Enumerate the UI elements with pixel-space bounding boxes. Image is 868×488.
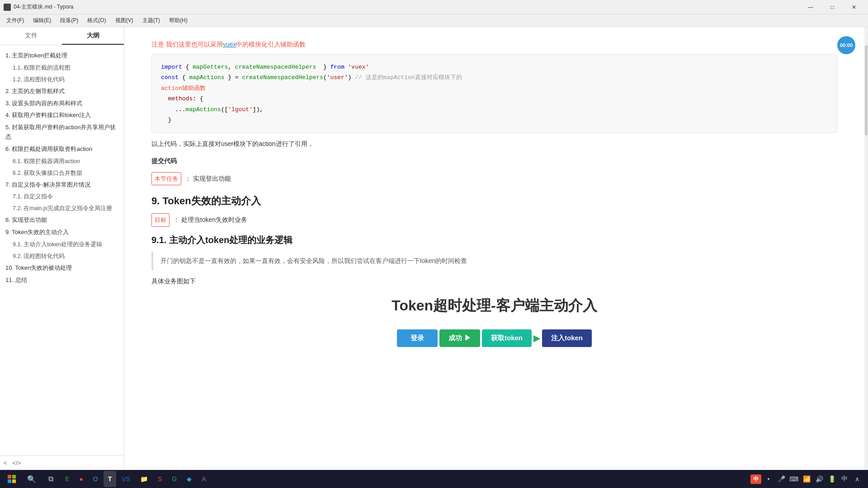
submit-heading: 提交代码	[151, 155, 837, 167]
sys-icon-network[interactable]: 📶	[801, 474, 812, 484]
svg-rect-2	[8, 479, 11, 483]
menu-theme[interactable]: 主题(T)	[138, 15, 165, 26]
toc-item[interactable]: 9.1. 主动介入token处理的业务逻辑	[4, 239, 120, 250]
svg-rect-3	[12, 479, 16, 483]
window-title: 04-主页模块.md - Typora	[14, 3, 800, 11]
sys-icon-keyboard[interactable]: ⌨	[788, 474, 799, 484]
code-line-3: action辅助函数	[161, 83, 828, 94]
toc-item[interactable]: 8. 实现登出功能	[4, 214, 120, 226]
toc-item[interactable]: 5. 封装获取用户资料的action并共享用户状态	[4, 122, 120, 143]
taskbar-app-other[interactable]: A	[197, 471, 210, 487]
flow-box-success: 成功 ▶	[439, 329, 480, 347]
menubar: 文件(F) 编辑(E) 段落(P) 格式(O) 视图(V) 主题(T) 帮助(H…	[0, 14, 868, 27]
task-view-button[interactable]: ⧉	[42, 471, 60, 487]
start-button[interactable]	[2, 471, 22, 487]
code-block: import { mapGetters, createNamespacedHel…	[151, 54, 837, 133]
taskbar-app-typora[interactable]: T	[104, 471, 117, 487]
svg-rect-0	[8, 475, 11, 479]
taskbar-app-search2[interactable]: S	[153, 471, 166, 487]
diagram-flow: 登录 成功 ▶ 获取token ▶ 注入token	[151, 329, 837, 347]
menu-file[interactable]: 文件(F)	[2, 15, 28, 26]
content-area[interactable]: 00:00 注意 我们这里也可以采用vuex中的模块化引入辅助函数 import…	[124, 27, 864, 470]
toc-item[interactable]: 6. 权限拦截处调用获取资料action	[4, 143, 120, 155]
minimize-button[interactable]: —	[800, 0, 821, 14]
sidebar-tabs: 文件 大纲	[0, 27, 124, 45]
note-line: 注意 我们这里也可以采用vuex中的模块化引入辅助函数	[151, 41, 837, 49]
vuex-link[interactable]: vuex	[223, 41, 236, 48]
window-controls: — □ ✕	[800, 0, 864, 14]
toc-item[interactable]: 10. Token失效的被动处理	[4, 262, 120, 274]
menu-help[interactable]: 帮助(H)	[165, 15, 192, 26]
goal-badge: 目标	[151, 213, 170, 226]
taskbar-right: 中 • 🎤 ⌨ 📶 🔊 🔋 中 ∧	[750, 474, 866, 484]
sys-icon-expand[interactable]: ∧	[852, 474, 863, 484]
sys-icon-battery[interactable]: 🔋	[826, 474, 837, 484]
taskbar-app-files[interactable]: 📁	[136, 471, 152, 487]
toc-item[interactable]: 1.2. 流程图转化代码	[4, 74, 120, 85]
code-line-4: methods: {	[161, 94, 828, 104]
toc-item[interactable]: 11. 总结	[4, 274, 120, 286]
menu-edit[interactable]: 编辑(E)	[28, 15, 56, 26]
note-label: 注意	[151, 41, 164, 48]
note-suffix: 中的模块化引入辅助函数	[236, 41, 306, 48]
taskbar-app-explorer[interactable]: E	[61, 471, 74, 487]
toc-item[interactable]: 3. 设置头部内容的布局和样式	[4, 98, 120, 110]
flow-arrow-1: 成功 ▶	[438, 329, 482, 347]
toc-item[interactable]: 7. 自定义指令-解决异常图片情况	[4, 179, 120, 191]
toc-item[interactable]: 7.1. 自定义指令	[4, 191, 120, 202]
toc-item[interactable]: 1. 主页的token拦截处理	[4, 50, 120, 62]
flow-box-login: 登录	[397, 329, 438, 347]
code-line-1: import { mapGetters, createNamespacedHel…	[161, 62, 828, 72]
svg-rect-1	[12, 475, 16, 479]
taskbar-app-dev[interactable]: ◆	[182, 471, 196, 487]
sidebar-bottom: < </>	[0, 455, 124, 470]
paragraph-1: 以上代码，实际上直接对user模块下的action进行了引用，	[151, 138, 837, 150]
ime-indicator[interactable]: 中	[750, 474, 761, 484]
taskbar-app-vscode[interactable]: VS	[117, 471, 135, 487]
toc-item[interactable]: 4. 获取用户资料接口和token注入	[4, 109, 120, 122]
diagram-area: Token超时处理-客户端主动介入 登录 成功 ▶ 获取token ▶ 注入to…	[151, 296, 837, 347]
task-badge: 本节任务	[151, 172, 181, 185]
sys-icon-ime2[interactable]: 中	[839, 474, 850, 484]
section9-heading: 9. Token失效的主动介入	[151, 194, 837, 208]
titlebar: T 04-主页模块.md - Typora — □ ✕	[0, 0, 868, 14]
close-button[interactable]: ✕	[844, 0, 864, 14]
toc-item[interactable]: 9.2. 流程图转化代码	[4, 250, 120, 262]
task-line: 本节任务 ： 实现登出功能	[151, 172, 837, 185]
toc-item[interactable]: 6.1. 权限拦截器调用action	[4, 155, 120, 167]
tab-file[interactable]: 文件	[0, 27, 62, 45]
maximize-button[interactable]: □	[822, 0, 843, 14]
toc-item[interactable]: 1.1. 权限拦截的流程图	[4, 62, 120, 74]
search-button[interactable]: 🔍	[23, 471, 41, 487]
sys-icon-mic[interactable]: 🎤	[776, 474, 787, 484]
section91-heading: 9.1. 主动介入token处理的业务逻辑	[151, 234, 837, 246]
diagram-title: Token超时处理-客户端主动介入	[151, 296, 837, 316]
blockquote: 开门的钥匙不是一直有效的，如果一直有效，会有安全风险，所以我们尝试在客户端进行一…	[151, 252, 837, 270]
taskbar-app-chrome[interactable]: ●	[75, 471, 87, 487]
paragraph-2: 具体业务图如下	[151, 276, 837, 287]
toc-item[interactable]: 7.2. 在main.js完成自定义指令全局注册	[4, 202, 120, 214]
taskbar-app-opera[interactable]: O	[89, 471, 103, 487]
task-text: ： 实现登出功能	[185, 175, 231, 182]
sys-icon-1[interactable]: •	[763, 474, 774, 484]
sidebar-prev-btn[interactable]: <	[4, 460, 7, 466]
menu-format[interactable]: 格式(O)	[83, 15, 110, 26]
scrollbar-track[interactable]	[864, 27, 868, 470]
tab-outline[interactable]: 大纲	[62, 27, 124, 45]
goal-text: ： 处理当token失效时业务	[173, 216, 247, 223]
app-icon: T	[4, 4, 11, 11]
sys-icon-sound[interactable]: 🔊	[814, 474, 825, 484]
content-wrapper: 00:00 注意 我们这里也可以采用vuex中的模块化引入辅助函数 import…	[124, 27, 868, 470]
toc-item[interactable]: 6.2. 获取头像接口合并数据	[4, 167, 120, 179]
taskbar-app-git[interactable]: G	[167, 471, 181, 487]
scrollbar-thumb[interactable]	[865, 45, 868, 136]
toc-item[interactable]: 2. 主页的左侧导航样式	[4, 85, 120, 98]
toc-item-active[interactable]: 9. Token失效的主动介入	[4, 226, 120, 239]
note-body: 我们这里也可以采用	[166, 41, 223, 48]
menu-view[interactable]: 视图(V)	[111, 15, 138, 26]
sidebar-code-btn[interactable]: </>	[13, 460, 21, 466]
avatar: 00:00	[837, 36, 855, 54]
menu-paragraph[interactable]: 段落(P)	[56, 15, 83, 26]
code-line-6: }	[161, 115, 828, 125]
taskbar: 🔍 ⧉ E ● O T VS 📁 S G ◆ A 中 • 🎤 ⌨ 📶 🔊 🔋 中…	[0, 470, 868, 488]
